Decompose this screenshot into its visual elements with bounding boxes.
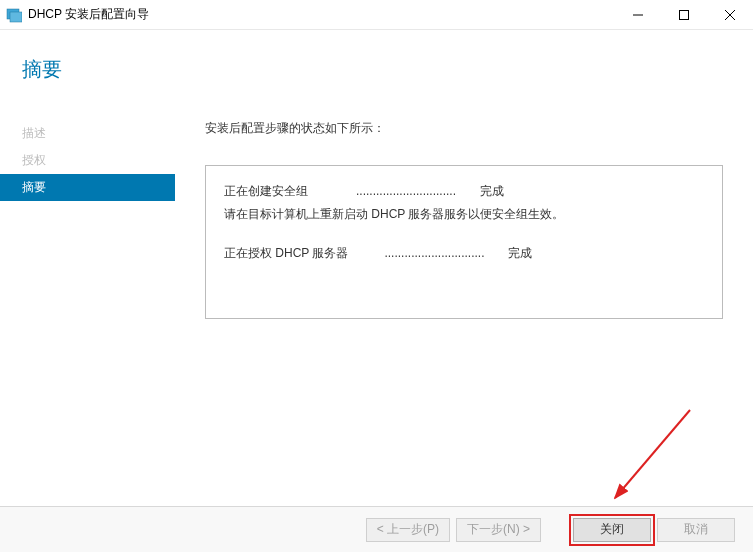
- status-box: 正在创建安全组 .............................. 完…: [205, 165, 723, 319]
- next-button: 下一步(N) >: [456, 518, 541, 542]
- instruction-text: 安装后配置步骤的状态如下所示：: [205, 120, 723, 137]
- minimize-button[interactable]: [615, 0, 661, 30]
- app-icon: [6, 7, 22, 23]
- cancel-button: 取消: [657, 518, 735, 542]
- wizard-header: 摘要: [0, 30, 753, 120]
- window-controls: [615, 0, 753, 30]
- page-title: 摘要: [22, 56, 753, 83]
- status-spacer: [224, 226, 704, 242]
- button-bar: < 上一步(P) 下一步(N) > 关闭 取消: [0, 506, 753, 552]
- status-line: 请在目标计算机上重新启动 DHCP 服务器服务以便安全组生效。: [224, 203, 704, 226]
- svg-rect-3: [680, 10, 689, 19]
- maximize-button[interactable]: [661, 0, 707, 30]
- close-window-button[interactable]: [707, 0, 753, 30]
- window-title: DHCP 安装后配置向导: [28, 6, 149, 23]
- sidebar: 描述 授权 摘要: [0, 120, 175, 506]
- sidebar-item-summary[interactable]: 摘要: [0, 174, 175, 201]
- close-button[interactable]: 关闭: [573, 518, 651, 542]
- main-content: 安装后配置步骤的状态如下所示： 正在创建安全组 ................…: [175, 120, 753, 506]
- sidebar-item-authorize[interactable]: 授权: [0, 147, 175, 174]
- content-area: 描述 授权 摘要 安装后配置步骤的状态如下所示： 正在创建安全组 .......…: [0, 120, 753, 506]
- svg-rect-1: [10, 12, 22, 22]
- status-line: 正在创建安全组 .............................. 完…: [224, 180, 704, 203]
- sidebar-item-description[interactable]: 描述: [0, 120, 175, 147]
- status-line: 正在授权 DHCP 服务器 ..........................…: [224, 242, 704, 265]
- prev-button: < 上一步(P): [366, 518, 450, 542]
- titlebar: DHCP 安装后配置向导: [0, 0, 753, 30]
